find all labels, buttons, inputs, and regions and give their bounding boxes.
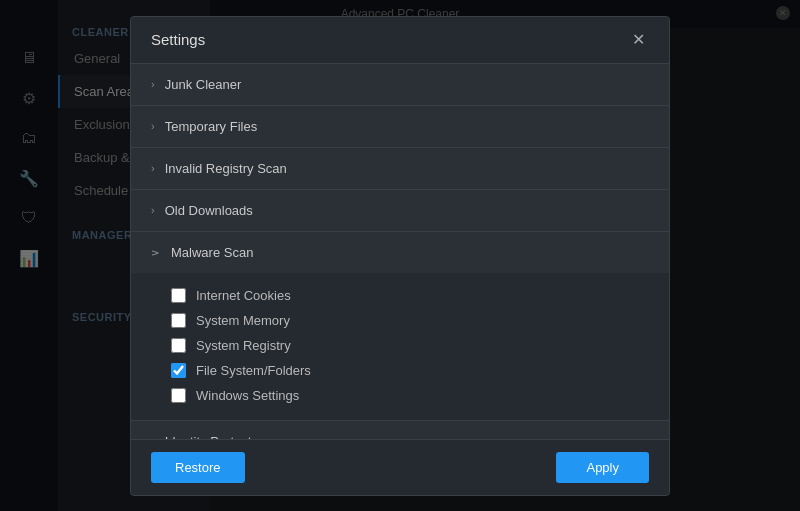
temporary-files-arrow: › [151,120,155,132]
accordion-junk-cleaner: › Junk Cleaner [131,64,669,106]
accordion-malware-scan: ∧ Malware Scan Internet Cookies System M… [131,232,669,421]
accordion-header-malware-scan[interactable]: ∧ Malware Scan [131,232,669,273]
checkbox-windows-settings-input[interactable] [171,388,186,403]
old-downloads-arrow: › [151,204,155,216]
accordion-header-temporary-files[interactable]: › Temporary Files [131,106,669,147]
checkbox-system-memory-input[interactable] [171,313,186,328]
checkbox-file-system: File System/Folders [171,358,649,383]
checkbox-internet-cookies: Internet Cookies [171,283,649,308]
junk-cleaner-arrow: › [151,78,155,90]
accordion-header-old-downloads[interactable]: › Old Downloads [131,190,669,231]
checkbox-internet-cookies-label: Internet Cookies [196,288,291,303]
accordion-old-downloads: › Old Downloads [131,190,669,232]
accordion-invalid-registry: › Invalid Registry Scan [131,148,669,190]
malware-scan-content: Internet Cookies System Memory System Re… [131,273,669,420]
modal-footer: Restore Apply [131,439,669,495]
modal-title: Settings [151,31,205,48]
invalid-registry-label: Invalid Registry Scan [165,161,287,176]
checkbox-system-registry-input[interactable] [171,338,186,353]
invalid-registry-arrow: › [151,162,155,174]
checkbox-file-system-label: File System/Folders [196,363,311,378]
checkbox-system-memory-label: System Memory [196,313,290,328]
malware-scan-arrow: ∧ [149,248,162,256]
accordion-header-invalid-registry[interactable]: › Invalid Registry Scan [131,148,669,189]
modal-close-button[interactable]: ✕ [627,29,649,51]
modal-overlay: Settings ✕ › Junk Cleaner › Temporary Fi… [0,0,800,511]
checkbox-file-system-input[interactable] [171,363,186,378]
identity-protector-arrow: › [151,435,155,439]
junk-cleaner-label: Junk Cleaner [165,77,242,92]
modal-body: › Junk Cleaner › Temporary Files › Inval… [131,64,669,439]
accordion-header-junk-cleaner[interactable]: › Junk Cleaner [131,64,669,105]
accordion-header-identity-protector[interactable]: › Identity Protector [131,421,669,439]
modal-header: Settings ✕ [131,17,669,64]
restore-button[interactable]: Restore [151,452,245,483]
checkbox-windows-settings-label: Windows Settings [196,388,299,403]
apply-button[interactable]: Apply [556,452,649,483]
old-downloads-label: Old Downloads [165,203,253,218]
temporary-files-label: Temporary Files [165,119,257,134]
checkbox-system-registry: System Registry [171,333,649,358]
checkbox-system-memory: System Memory [171,308,649,333]
accordion-identity-protector: › Identity Protector [131,421,669,439]
checkbox-internet-cookies-input[interactable] [171,288,186,303]
malware-scan-label: Malware Scan [171,245,253,260]
accordion-temporary-files: › Temporary Files [131,106,669,148]
checkbox-windows-settings: Windows Settings [171,383,649,408]
settings-modal: Settings ✕ › Junk Cleaner › Temporary Fi… [130,16,670,496]
identity-protector-label: Identity Protector [165,434,263,439]
checkbox-system-registry-label: System Registry [196,338,291,353]
